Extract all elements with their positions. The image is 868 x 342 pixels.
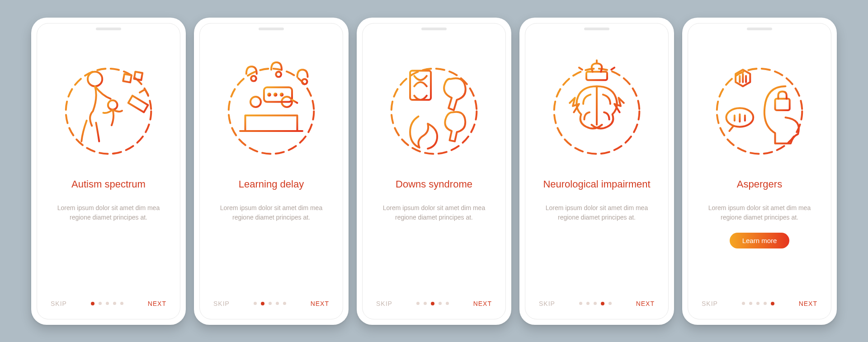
neurological-impairment-illustration-icon — [545, 55, 649, 159]
learning-delay-illustration-icon — [219, 55, 323, 159]
onboarding-screen: Aspergers Lorem ipsum dolor sit amet dim… — [688, 23, 831, 319]
phone-speaker — [584, 28, 609, 30]
page-dot[interactable] — [579, 302, 582, 305]
phone-mockup: Aspergers Lorem ipsum dolor sit amet dim… — [682, 18, 837, 325]
svg-rect-15 — [775, 98, 790, 110]
page-dots — [416, 302, 449, 305]
screen-title: Aspergers — [737, 172, 782, 197]
phone-mockup: Downs syndrome Lorem ipsum dolor sit ame… — [357, 18, 511, 325]
onboarding-footer: SKIP NEXT — [375, 300, 493, 309]
page-dot[interactable] — [283, 302, 286, 305]
page-dot[interactable] — [439, 302, 442, 305]
page-dot[interactable] — [771, 302, 774, 305]
page-dot[interactable] — [99, 302, 102, 305]
page-dot[interactable] — [594, 302, 597, 305]
aspergers-illustration-icon — [708, 55, 811, 159]
skip-button[interactable]: SKIP — [702, 300, 718, 307]
svg-point-7 — [268, 94, 270, 96]
onboarding-footer: SKIP NEXT — [212, 300, 330, 309]
screen-body: Lorem ipsum dolor sit amet dim mea regio… — [212, 203, 330, 223]
page-dot[interactable] — [276, 302, 279, 305]
screen-body: Lorem ipsum dolor sit amet dim mea regio… — [701, 203, 818, 223]
page-dot[interactable] — [416, 302, 420, 305]
page-dot[interactable] — [749, 302, 752, 305]
screen-title: Autism spectrum — [71, 172, 146, 197]
skip-button[interactable]: SKIP — [539, 300, 555, 307]
page-dots — [579, 302, 612, 305]
page-dot[interactable] — [601, 302, 604, 305]
svg-point-1 — [88, 71, 102, 86]
svg-point-0 — [66, 68, 151, 154]
page-dot[interactable] — [742, 302, 745, 305]
next-button[interactable]: NEXT — [799, 300, 817, 307]
screen-body: Lorem ipsum dolor sit amet dim mea regio… — [375, 203, 493, 223]
page-dot[interactable] — [756, 302, 760, 305]
screen-title: Learning delay — [239, 172, 304, 197]
page-dot[interactable] — [609, 302, 612, 305]
page-dots — [91, 302, 123, 305]
onboarding-footer: SKIP NEXT — [50, 300, 167, 309]
page-dot[interactable] — [446, 302, 449, 305]
skip-button[interactable]: SKIP — [376, 300, 392, 307]
page-dot[interactable] — [254, 302, 257, 305]
onboarding-screen: Autism spectrum Lorem ipsum dolor sit am… — [37, 23, 180, 319]
page-dot[interactable] — [269, 302, 272, 305]
onboarding-screen: Neurological impairment Lorem ipsum dolo… — [525, 23, 669, 319]
next-button[interactable]: NEXT — [636, 300, 655, 307]
phone-speaker — [747, 28, 772, 30]
page-dot[interactable] — [764, 302, 767, 305]
svg-point-2 — [108, 100, 118, 110]
page-dot[interactable] — [424, 302, 427, 305]
screen-body: Lorem ipsum dolor sit amet dim mea regio… — [538, 203, 656, 223]
downs-syndrome-illustration-icon — [382, 55, 486, 159]
next-button[interactable]: NEXT — [148, 300, 166, 307]
onboarding-screen: Learning delay Lorem ipsum dolor sit ame… — [199, 23, 343, 319]
svg-rect-13 — [586, 71, 607, 80]
onboarding-screen: Downs syndrome Lorem ipsum dolor sit ame… — [362, 23, 506, 319]
learn-more-button[interactable]: Learn more — [730, 233, 790, 248]
phone-mockup: Learning delay Lorem ipsum dolor sit ame… — [194, 18, 349, 325]
page-dot[interactable] — [91, 302, 94, 305]
phone-speaker — [421, 28, 447, 30]
phone-speaker — [96, 28, 121, 30]
page-dot[interactable] — [113, 302, 116, 305]
phone-mockup: Autism spectrum Lorem ipsum dolor sit am… — [31, 18, 186, 325]
phone-mockup-row: Autism spectrum Lorem ipsum dolor sit am… — [18, 0, 850, 342]
screen-body: Lorem ipsum dolor sit amet dim mea regio… — [50, 203, 167, 223]
skip-button[interactable]: SKIP — [213, 300, 230, 307]
page-dot[interactable] — [106, 302, 109, 305]
page-dot[interactable] — [261, 302, 264, 305]
page-dot[interactable] — [120, 302, 123, 305]
phone-mockup: Neurological impairment Lorem ipsum dolo… — [519, 18, 674, 325]
svg-point-9 — [281, 94, 283, 96]
next-button[interactable]: NEXT — [311, 300, 329, 307]
svg-point-8 — [274, 94, 277, 96]
next-button[interactable]: NEXT — [473, 300, 492, 307]
page-dot[interactable] — [586, 302, 590, 305]
page-dot[interactable] — [431, 302, 434, 305]
phone-speaker — [259, 28, 284, 30]
autism-spectrum-illustration-icon — [57, 55, 160, 159]
page-dots — [254, 302, 286, 305]
screen-title: Neurological impairment — [543, 172, 650, 197]
screen-title: Downs syndrome — [396, 172, 472, 197]
svg-point-4 — [250, 97, 261, 107]
page-dots — [742, 302, 774, 305]
onboarding-footer: SKIP NEXT — [701, 300, 818, 309]
skip-button[interactable]: SKIP — [51, 300, 67, 307]
onboarding-footer: SKIP NEXT — [538, 300, 656, 309]
